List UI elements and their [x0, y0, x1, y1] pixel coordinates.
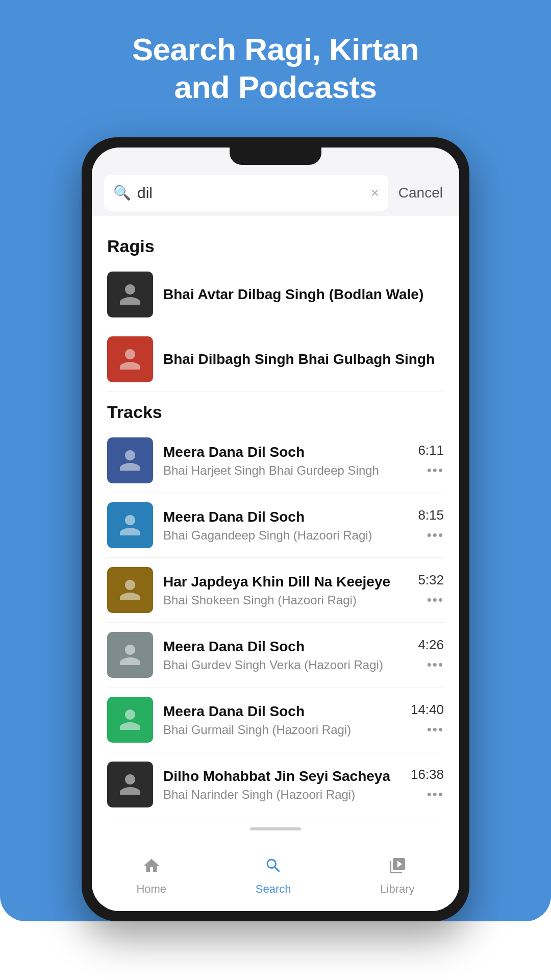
track-more-1[interactable]: •••	[427, 462, 444, 478]
track-info-3: Har Japdeya Khin Dill Na Keejeye Bhai Sh…	[163, 573, 408, 607]
nav-label-search: Search	[256, 883, 291, 896]
ragi-item-2[interactable]: Bhai Dilbagh Singh Bhai Gulbagh Singh	[92, 327, 459, 391]
track-right-2: 8:15 •••	[418, 507, 444, 543]
ragis-section-title: Ragis	[92, 226, 459, 262]
track-artist-1: Bhai Harjeet Singh Bhai Gurdeep Singh	[163, 463, 408, 478]
ragi-name-2: Bhai Dilbagh Singh Bhai Gulbagh Singh	[163, 350, 444, 369]
search-icon: 🔍	[113, 184, 131, 201]
cancel-button[interactable]: Cancel	[394, 185, 447, 201]
library-icon	[388, 856, 407, 879]
track-duration-2: 8:15	[418, 507, 444, 523]
divider-8	[107, 817, 444, 817]
track-name-4: Meera Dana Dil Soch	[163, 638, 408, 656]
search-input[interactable]: dil	[137, 184, 364, 202]
scroll-indicator	[250, 827, 301, 830]
track-more-2[interactable]: •••	[427, 527, 444, 543]
track-artist-6: Bhai Narinder Singh (Hazoori Ragi)	[163, 788, 400, 802]
track-info-1: Meera Dana Dil Soch Bhai Harjeet Singh B…	[163, 443, 408, 478]
track-info-4: Meera Dana Dil Soch Bhai Gurdev Singh Ve…	[163, 638, 408, 672]
track-artist-3: Bhai Shokeen Singh (Hazoori Ragi)	[163, 593, 408, 607]
ragi-info-2: Bhai Dilbagh Singh Bhai Gulbagh Singh	[163, 350, 444, 369]
track-thumb-6	[107, 762, 153, 807]
hero-section: Search Ragi, Kirtanand Podcasts 🔍 dil × …	[0, 0, 551, 921]
track-name-6: Dilho Mohabbat Jin Seyi Sacheya	[163, 767, 400, 786]
track-thumb-4	[107, 632, 153, 678]
track-duration-1: 6:11	[418, 443, 444, 458]
track-name-3: Har Japdeya Khin Dill Na Keejeye	[163, 573, 408, 591]
track-name-5: Meera Dana Dil Soch	[163, 702, 400, 721]
track-right-4: 4:26 •••	[418, 637, 444, 673]
phone-screen: 🔍 dil × Cancel Ragis	[92, 148, 459, 911]
track-item-6[interactable]: Dilho Mohabbat Jin Seyi Sacheya Bhai Nar…	[92, 752, 459, 817]
track-artist-4: Bhai Gurdev Singh Verka (Hazoori Ragi)	[163, 658, 408, 672]
track-info-6: Dilho Mohabbat Jin Seyi Sacheya Bhai Nar…	[163, 767, 400, 802]
track-item-1[interactable]: Meera Dana Dil Soch Bhai Harjeet Singh B…	[92, 428, 459, 493]
track-duration-4: 4:26	[418, 637, 444, 653]
track-item-2[interactable]: Meera Dana Dil Soch Bhai Gagandeep Singh…	[92, 493, 459, 557]
track-item-3[interactable]: Har Japdeya Khin Dill Na Keejeye Bhai Sh…	[92, 558, 459, 622]
search-bar-container: 🔍 dil × Cancel	[92, 165, 459, 216]
track-more-3[interactable]: •••	[427, 592, 444, 608]
tracks-section-title: Tracks	[92, 392, 459, 428]
track-more-6[interactable]: •••	[427, 787, 444, 802]
bottom-nav: Home Search Library	[92, 846, 459, 911]
results-container: Ragis Bhai Avtar Dilbag Singh (Bodlan Wa…	[92, 216, 459, 846]
search-bar[interactable]: 🔍 dil ×	[104, 175, 388, 211]
track-duration-6: 16:38	[411, 767, 444, 782]
ragi-info-1: Bhai Avtar Dilbag Singh (Bodlan Wale)	[163, 285, 444, 304]
nav-label-home: Home	[136, 883, 166, 896]
track-artist-2: Bhai Gagandeep Singh (Hazoori Ragi)	[163, 528, 408, 543]
track-artist-5: Bhai Gurmail Singh (Hazoori Ragi)	[163, 723, 400, 737]
track-right-1: 6:11 •••	[418, 443, 444, 478]
search-nav-icon	[264, 856, 283, 879]
ragi-item-1[interactable]: Bhai Avtar Dilbag Singh (Bodlan Wale)	[92, 262, 459, 327]
track-item-4[interactable]: Meera Dana Dil Soch Bhai Gurdev Singh Ve…	[92, 623, 459, 687]
track-more-4[interactable]: •••	[427, 657, 444, 673]
hero-title: Search Ragi, Kirtanand Podcasts	[132, 31, 419, 107]
clear-icon[interactable]: ×	[370, 185, 379, 201]
nav-item-search[interactable]: Search	[240, 856, 307, 896]
track-more-5[interactable]: •••	[427, 722, 444, 738]
ragi-thumb-2	[107, 336, 153, 382]
track-thumb-3	[107, 567, 153, 613]
track-right-6: 16:38 •••	[411, 767, 444, 802]
ragi-name-1: Bhai Avtar Dilbag Singh (Bodlan Wale)	[163, 285, 444, 304]
track-right-3: 5:32 •••	[418, 572, 444, 608]
phone-notch	[230, 148, 321, 165]
track-thumb-2	[107, 502, 153, 548]
nav-item-library[interactable]: Library	[365, 856, 430, 896]
home-icon	[142, 856, 161, 879]
track-info-2: Meera Dana Dil Soch Bhai Gagandeep Singh…	[163, 508, 408, 543]
track-item-5[interactable]: Meera Dana Dil Soch Bhai Gurmail Singh (…	[92, 688, 459, 752]
track-thumb-5	[107, 697, 153, 743]
nav-item-home[interactable]: Home	[121, 856, 182, 896]
ragi-thumb-1	[107, 272, 153, 317]
track-thumb-1	[107, 437, 153, 483]
track-duration-5: 14:40	[411, 702, 444, 718]
track-info-5: Meera Dana Dil Soch Bhai Gurmail Singh (…	[163, 702, 400, 737]
nav-label-library: Library	[380, 883, 414, 896]
track-name-2: Meera Dana Dil Soch	[163, 508, 408, 526]
phone-mockup: 🔍 dil × Cancel Ragis	[82, 137, 469, 921]
track-name-1: Meera Dana Dil Soch	[163, 443, 408, 461]
track-duration-3: 5:32	[418, 572, 444, 588]
track-right-5: 14:40 •••	[411, 702, 444, 738]
